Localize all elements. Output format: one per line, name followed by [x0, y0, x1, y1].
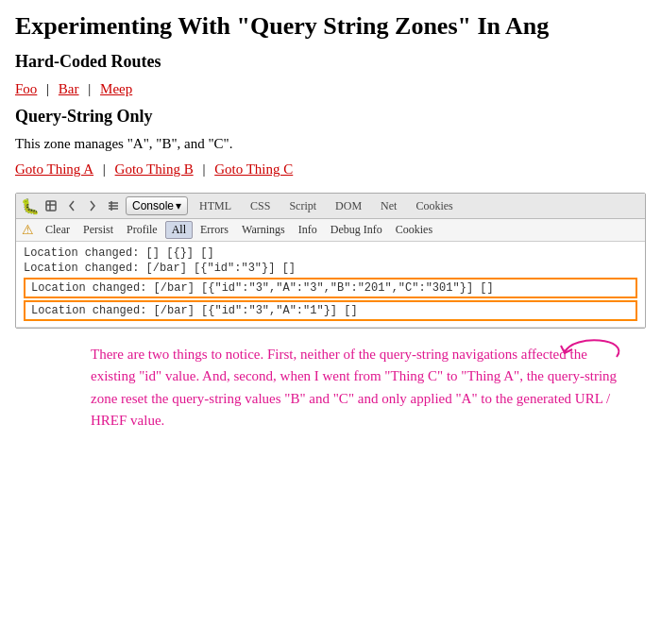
- debug-info-filter[interactable]: Debug Info: [325, 221, 388, 239]
- persist-button[interactable]: Persist: [77, 221, 119, 239]
- console-line-2: Location changed: [/bar] [{"id":"3"}] []: [24, 261, 637, 276]
- console-output: Location changed: [] [{}] [] Location ch…: [16, 242, 645, 328]
- console-tab-button[interactable]: Console ▾: [126, 196, 188, 215]
- goto-thing-a-link[interactable]: Goto Thing A: [15, 161, 93, 177]
- warning-icon: ⚠: [22, 222, 34, 238]
- goto-thing-c-link[interactable]: Goto Thing C: [214, 161, 293, 177]
- goto-thing-b-link[interactable]: Goto Thing B: [115, 161, 194, 177]
- warnings-filter[interactable]: Warnings: [236, 221, 291, 239]
- separator3: |: [103, 161, 106, 177]
- inspect-icon[interactable]: [42, 197, 59, 214]
- profile-button[interactable]: Profile: [121, 221, 163, 239]
- clear-button[interactable]: Clear: [40, 221, 76, 239]
- all-filter-button[interactable]: All: [165, 221, 193, 239]
- zone-description: This zone manages "A", "B", and "C".: [15, 136, 646, 152]
- forward-icon[interactable]: [84, 197, 101, 214]
- section1-heading: Hard-Coded Routes: [15, 52, 646, 72]
- hard-coded-routes-links: Foo | Bar | Meep: [15, 81, 646, 97]
- separator4: |: [202, 161, 205, 177]
- foo-link[interactable]: Foo: [15, 81, 37, 96]
- console-output-section: Location changed: [] [{}] [] Location ch…: [16, 242, 645, 328]
- goto-links-group: Goto Thing A | Goto Thing B | Goto Thing…: [15, 161, 646, 178]
- console-line-1: Location changed: [] [{}] []: [24, 246, 637, 261]
- separator2: |: [88, 81, 91, 96]
- bar-link[interactable]: Bar: [59, 81, 79, 96]
- console-toolbar: ⚠ Clear Persist Profile All Errors Warni…: [16, 219, 645, 242]
- page-title: Experimenting With "Query String Zones" …: [15, 11, 646, 41]
- devtools-toolbar: 🐛: [16, 194, 645, 219]
- expand-icon[interactable]: [105, 197, 122, 214]
- css-tab[interactable]: CSS: [243, 197, 278, 215]
- net-tab[interactable]: Net: [373, 197, 404, 215]
- console-line-4-highlighted: Location changed: [/bar] [{"id":"3","A":…: [24, 300, 637, 321]
- bug-icon[interactable]: 🐛: [22, 197, 39, 214]
- back-icon[interactable]: [63, 197, 80, 214]
- separator1: |: [46, 81, 49, 96]
- arrow-annotation-svg: [555, 329, 631, 442]
- annotation-container: There are two things to notice. First, n…: [15, 329, 646, 447]
- html-tab[interactable]: HTML: [192, 197, 239, 215]
- console-dropdown-arrow: ▾: [176, 199, 181, 212]
- errors-filter[interactable]: Errors: [195, 221, 234, 239]
- svg-rect-0: [46, 201, 56, 211]
- section2-heading: Query-String Only: [15, 107, 646, 127]
- console-line-3-highlighted: Location changed: [/bar] [{"id":"3","A":…: [24, 278, 637, 298]
- annotation-text: There are two things to notice. First, n…: [15, 329, 646, 447]
- meep-link[interactable]: Meep: [100, 81, 132, 96]
- info-filter[interactable]: Info: [293, 221, 323, 239]
- script-tab[interactable]: Script: [281, 197, 324, 215]
- cookies-top-tab[interactable]: Cookies: [408, 197, 460, 215]
- dom-tab[interactable]: DOM: [328, 197, 369, 215]
- devtools-panel: 🐛: [15, 193, 646, 329]
- cookies-filter[interactable]: Cookies: [390, 221, 438, 239]
- console-label: Console: [132, 199, 174, 212]
